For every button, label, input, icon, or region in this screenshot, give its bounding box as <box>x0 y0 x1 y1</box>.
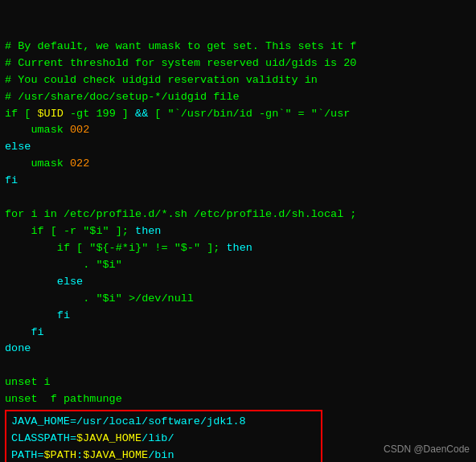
code-editor: # By default, we want umask to get set. … <box>0 0 476 462</box>
code-line: unset i <box>5 374 476 391</box>
redbox-code-line: JAVA_HOME=/usr/local/software/jdk1.8 <box>11 414 316 431</box>
code-line: fi <box>5 308 476 325</box>
code-line: if [ $UID -gt 199 ] && [ "`/usr/bin/id -… <box>5 106 476 123</box>
code-line: if [ "${-#*i}" != "$-" ]; then <box>5 240 476 257</box>
code-line: # Current threshold for system reserved … <box>5 55 476 72</box>
watermark-text: CSDN @DaenCode <box>384 442 470 457</box>
code-line: for i in /etc/profile.d/*.sh /etc/profil… <box>5 206 476 223</box>
code-line: else <box>5 274 476 291</box>
code-line <box>5 190 476 206</box>
redbox-code-line: PATH=$PATH:$JAVA_HOME/bin <box>11 448 316 462</box>
code-line: . "$i" <box>5 257 476 274</box>
code-line: # By default, we want umask to get set. … <box>5 39 476 55</box>
code-line: umask 022 <box>5 156 476 173</box>
code-line: fi <box>5 325 476 341</box>
code-line: fi <box>5 173 476 190</box>
code-line: if [ -r "$i" ]; then <box>5 223 476 240</box>
code-line <box>5 358 476 374</box>
code-line: # /usr/share/doc/setup-*/uidgid file <box>5 89 476 106</box>
code-line: # You could check uidgid reservation val… <box>5 72 476 89</box>
code-line: unset f pathmunge <box>5 391 476 408</box>
code-line: umask 002 <box>5 122 476 139</box>
code-line: done <box>5 341 476 358</box>
code-line: . "$i" >/dev/null <box>5 291 476 308</box>
code-line: else <box>5 139 476 156</box>
redbox-code-line: CLASSPATH=$JAVA_HOME/lib/ <box>11 431 316 448</box>
java-env-section: JAVA_HOME=/usr/local/software/jdk1.8CLAS… <box>5 410 322 462</box>
